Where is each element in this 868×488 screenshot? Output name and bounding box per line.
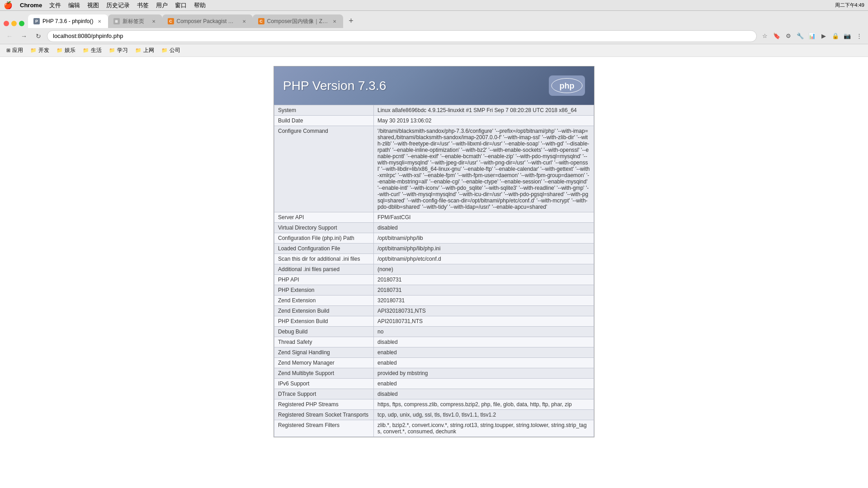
extension-icon-2[interactable]: ⚙ xyxy=(783,31,794,42)
extension-icon-7[interactable]: 📷 xyxy=(842,31,853,42)
row-value: 20180731 xyxy=(374,285,594,296)
phpinfo-table: SystemLinux a8afe8696bdc 4.9.125-linuxki… xyxy=(274,105,594,437)
extension-icon-3[interactable]: 🔧 xyxy=(795,31,806,42)
menubar: 🍎 Chrome 文件 编辑 视图 历史记录 书签 用户 窗口 帮助 周二下午4… xyxy=(0,0,868,11)
menubar-bookmarks[interactable]: 书签 xyxy=(137,1,149,9)
table-row: Configure Command'/bitnami/blacksmith-sa… xyxy=(274,126,594,212)
bookmark-internet[interactable]: 📁 上网 xyxy=(132,46,157,55)
window-minimize-button[interactable] xyxy=(11,21,17,26)
row-key: Zend Extension xyxy=(274,296,374,306)
window-maximize-button[interactable] xyxy=(19,21,24,26)
table-row: PHP Extension BuildAPI20180731,NTS xyxy=(274,316,594,327)
row-key: Loaded Configuration File xyxy=(274,244,374,254)
menu-button[interactable]: ⋮ xyxy=(854,31,864,42)
row-key: PHP Extension xyxy=(274,285,374,296)
table-row: Loaded Configuration File/opt/bitnami/ph… xyxy=(274,244,594,254)
row-value: /opt/bitnami/php/etc/conf.d xyxy=(374,254,594,264)
table-row: Server APIFPM/FastCGI xyxy=(274,212,594,223)
forward-button[interactable]: → xyxy=(18,30,30,42)
tab-newtab[interactable]: ⊞ 新标签页 ✕ xyxy=(108,14,162,28)
table-row: Build DateMay 30 2019 13:06:02 xyxy=(274,116,594,126)
tab-favicon-1: P xyxy=(33,18,40,24)
bookmark-study[interactable]: 📁 学习 xyxy=(106,46,131,55)
bookmark-label-dev: 开发 xyxy=(38,47,49,54)
table-row: Scan this dir for additional .ini files/… xyxy=(274,254,594,264)
back-button[interactable]: ← xyxy=(4,30,15,42)
apps-icon: ⊞ xyxy=(6,47,10,53)
toolbar-icons: ☆ 🔖 ⚙ 🔧 📊 ▶ 🔒 📷 ⋮ xyxy=(760,31,864,42)
table-row: Zend Extension BuildAPI320180731,NTS xyxy=(274,306,594,316)
menubar-file[interactable]: 文件 xyxy=(49,1,61,9)
apple-menu[interactable]: 🍎 xyxy=(4,1,13,9)
menubar-edit[interactable]: 编辑 xyxy=(68,1,80,9)
row-key: Registered Stream Socket Transports xyxy=(274,410,374,420)
company-folder-icon: 📁 xyxy=(161,47,168,53)
bookmark-label-study: 学习 xyxy=(117,47,128,54)
bookmark-label-apps: 应用 xyxy=(12,47,23,54)
row-value: 320180731 xyxy=(374,296,594,306)
url-bar[interactable] xyxy=(47,30,757,42)
bookmark-life[interactable]: 📁 生活 xyxy=(80,46,104,55)
table-row: Zend Signal Handlingenabled xyxy=(274,347,594,358)
row-key: Zend Memory Manager xyxy=(274,358,374,368)
menubar-history[interactable]: 历史记录 xyxy=(106,1,130,9)
window-close-button[interactable] xyxy=(4,21,9,26)
internet-folder-icon: 📁 xyxy=(135,47,142,53)
row-value: Linux a8afe8696bdc 4.9.125-linuxkit #1 S… xyxy=(374,105,594,116)
bookmark-label-internet: 上网 xyxy=(143,47,154,54)
table-row: Configuration File (php.ini) Path/opt/bi… xyxy=(274,233,594,244)
refresh-button[interactable]: ↻ xyxy=(33,30,44,42)
menubar-help[interactable]: 帮助 xyxy=(194,1,206,9)
tab-close-4[interactable]: ✕ xyxy=(331,18,338,24)
row-value: May 30 2019 13:06:02 xyxy=(374,116,594,126)
extension-icon-5[interactable]: ▶ xyxy=(818,31,829,42)
study-folder-icon: 📁 xyxy=(109,47,115,53)
row-value: provided by mbstring xyxy=(374,368,594,379)
bookmark-apps[interactable]: ⊞ 应用 xyxy=(4,46,26,55)
row-key: Thread Safety xyxy=(274,337,374,347)
extension-icon-4[interactable]: 📊 xyxy=(807,31,817,42)
bookmark-dev[interactable]: 📁 开发 xyxy=(28,46,52,55)
table-row: Registered Stream Filterszlib.*, bzip2.*… xyxy=(274,420,594,437)
row-key: Zend Extension Build xyxy=(274,306,374,316)
bookmark-company[interactable]: 📁 公司 xyxy=(159,46,183,55)
bookmark-entertainment[interactable]: 📁 娱乐 xyxy=(54,46,78,55)
row-value: /opt/bitnami/php/lib/php.ini xyxy=(374,244,594,254)
tab-phpinfo[interactable]: P PHP 7.3.6 - phpinfo() ✕ xyxy=(28,14,108,28)
tab-packagist[interactable]: C Composer Packagist 国内全量... ✕ xyxy=(162,14,253,28)
table-row: Debug Buildno xyxy=(274,327,594,337)
tab-close-1[interactable]: ✕ xyxy=(96,18,103,24)
row-key: Registered PHP Streams xyxy=(274,399,374,410)
bookmarks-bar: ⊞ 应用 📁 开发 📁 娱乐 📁 生活 📁 学习 📁 上网 📁 公司 xyxy=(0,44,868,57)
extension-icon-6[interactable]: 🔒 xyxy=(830,31,841,42)
tab-title-3: Composer Packagist 国内全量... xyxy=(177,18,238,25)
extension-icon-1[interactable]: 🔖 xyxy=(771,31,782,42)
row-value: 20180731 xyxy=(374,275,594,285)
table-row: PHP Extension20180731 xyxy=(274,285,594,296)
menubar-view[interactable]: 视图 xyxy=(87,1,99,9)
row-key: Configuration File (php.ini) Path xyxy=(274,233,374,244)
row-value: enabled xyxy=(374,379,594,389)
row-key: Zend Signal Handling xyxy=(274,347,374,358)
menubar-user[interactable]: 用户 xyxy=(156,1,168,9)
table-row: SystemLinux a8afe8696bdc 4.9.125-linuxki… xyxy=(274,105,594,116)
tab-composer-mirror[interactable]: C Composer国内镜像｜ZCompos... ✕ xyxy=(253,14,343,28)
tab-close-3[interactable]: ✕ xyxy=(241,18,247,24)
new-tab-button[interactable]: + xyxy=(345,14,358,27)
bookmark-star-icon[interactable]: ☆ xyxy=(760,31,770,42)
tab-favicon-4: C xyxy=(258,18,264,24)
row-key: Virtual Directory Support xyxy=(274,223,374,233)
row-value: '/bitnami/blacksmith-sandox/php-7.3.6/co… xyxy=(374,126,594,212)
tab-close-2[interactable]: ✕ xyxy=(151,18,157,24)
page-content: PHP Version 7.3.6 php SystemLinux a8afe8… xyxy=(0,57,868,488)
row-key: Scan this dir for additional .ini files xyxy=(274,254,374,264)
table-row: Registered Stream Socket Transportstcp, … xyxy=(274,410,594,420)
table-row: Additional .ini files parsed(none) xyxy=(274,264,594,275)
row-key: DTrace Support xyxy=(274,389,374,399)
table-row: IPv6 Supportenabled xyxy=(274,379,594,389)
menubar-chrome[interactable]: Chrome xyxy=(20,2,42,9)
row-value: FPM/FastCGI xyxy=(374,212,594,223)
tab-title-4: Composer国内镜像｜ZCompos... xyxy=(267,18,329,25)
row-key: Zend Multibyte Support xyxy=(274,368,374,379)
menubar-window[interactable]: 窗口 xyxy=(175,1,187,9)
